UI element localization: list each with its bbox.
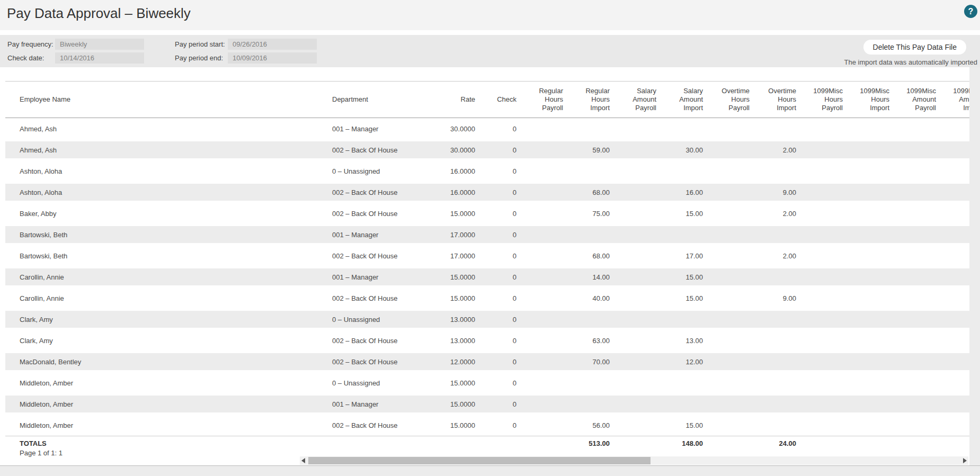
cell-mhi: [847, 118, 894, 139]
cell-map: [894, 309, 940, 330]
horizontal-scrollbar[interactable]: [300, 456, 968, 465]
cell-mai: [940, 245, 969, 266]
pay-period-end-value: 10/09/2016: [228, 52, 317, 64]
cell-rate: 13.0000: [437, 309, 479, 330]
pay-frequency-field: Pay frequency:Biweekly: [7, 39, 144, 50]
cell-sap: [614, 351, 661, 372]
band-gap: [0, 30, 980, 35]
title-band: Pay Data Approval – Biweekly ?: [0, 0, 980, 30]
cell-name: Clark, Amy: [5, 309, 318, 330]
cell-ohi: [754, 351, 800, 372]
cell-rhi: [567, 393, 614, 415]
cell-check: 0: [479, 266, 521, 288]
cell-sai: [661, 393, 707, 415]
scrollbar-thumb[interactable]: [308, 457, 651, 464]
cell-sai: 30.00: [661, 139, 707, 160]
cell-rhp: [521, 182, 567, 203]
totals-cell-label: TOTALSPage 1 of 1: 1: [5, 436, 318, 457]
totals-cell-sap: [614, 436, 661, 457]
cell-mhp: [800, 415, 847, 436]
cell-mai: [940, 309, 969, 330]
pay-frequency-value: Biweekly: [55, 39, 144, 50]
scroll-right-arrow-icon[interactable]: [963, 458, 967, 463]
pay-data-table-card: Employee NameDepartmentRateCheckRegular …: [5, 81, 969, 466]
cell-ohp: [707, 330, 754, 351]
help-icon[interactable]: ?: [964, 5, 977, 18]
cell-ohp: [707, 245, 754, 266]
cell-rate: 15.0000: [437, 415, 479, 436]
cell-dept: 002 – Back Of House: [318, 288, 437, 309]
cell-name: Baker, Abby: [5, 203, 318, 224]
column-header-dept: Department: [318, 82, 437, 118]
pay-period-start-label: Pay period start:: [175, 40, 228, 48]
cell-mai: [940, 266, 969, 288]
cell-rhp: [521, 139, 567, 160]
cell-sap: [614, 330, 661, 351]
cell-sap: [614, 182, 661, 203]
scroll-left-arrow-icon[interactable]: [301, 458, 305, 463]
column-header-sap: Salary Amount Payroll: [614, 82, 661, 118]
cell-dept: 0 – Unassigned: [318, 372, 437, 393]
cell-ohp: [707, 393, 754, 415]
pay-data-approval-page: Pay Data Approval – Biweekly ? Pay frequ…: [0, 0, 980, 476]
pay-frequency-label: Pay frequency:: [7, 40, 55, 48]
cell-map: [894, 393, 940, 415]
cell-mhi: [847, 415, 894, 436]
cell-ohi: [754, 224, 800, 245]
cell-mai: [940, 182, 969, 203]
cell-rhi: 75.00: [567, 203, 614, 224]
column-header-check: Check: [479, 82, 521, 118]
cell-name: Carollin, Annie: [5, 288, 318, 309]
cell-sai: [661, 309, 707, 330]
cell-mhi: [847, 351, 894, 372]
cell-check: 0: [479, 415, 521, 436]
cell-mai: [940, 224, 969, 245]
cell-map: [894, 330, 940, 351]
totals-cell-check: [479, 436, 521, 457]
cell-sai: [661, 160, 707, 182]
right-margin-strip: [969, 67, 980, 465]
cell-rate: 30.0000: [437, 139, 479, 160]
cell-rhi: [567, 309, 614, 330]
cell-mhp: [800, 245, 847, 266]
cell-check: 0: [479, 330, 521, 351]
check-date-field: Check date:10/14/2016: [7, 52, 144, 64]
cell-map: [894, 203, 940, 224]
cell-rhi: 40.00: [567, 288, 614, 309]
cell-rate: 15.0000: [437, 372, 479, 393]
cell-map: [894, 415, 940, 436]
cell-dept: 0 – Unassigned: [318, 160, 437, 182]
cell-ohp: [707, 224, 754, 245]
table-row: Bartowski, Beth001 – Manager17.00000: [5, 224, 969, 245]
page-info: Page 1 of 1: 1: [20, 449, 314, 457]
cell-ohi: [754, 393, 800, 415]
table-row: Middleton, Amber001 – Manager15.00000: [5, 393, 969, 415]
cell-ohi: 2.00: [754, 245, 800, 266]
cell-ohp: [707, 139, 754, 160]
cell-mhi: [847, 160, 894, 182]
table-row: Ahmed, Ash002 – Back Of House30.0000059.…: [5, 139, 969, 160]
cell-mai: [940, 118, 969, 139]
cell-mai: [940, 160, 969, 182]
cell-rhp: [521, 309, 567, 330]
delete-pay-data-file-button[interactable]: Delete This Pay Data File: [863, 40, 966, 55]
cell-mhi: [847, 139, 894, 160]
cell-mhi: [847, 266, 894, 288]
cell-name: Middleton, Amber: [5, 415, 318, 436]
cell-ohp: [707, 372, 754, 393]
cell-sap: [614, 372, 661, 393]
totals-cell-rate: [437, 436, 479, 457]
cell-check: 0: [479, 118, 521, 139]
cell-rhp: [521, 160, 567, 182]
totals-cell-ohi: 24.00: [754, 436, 800, 457]
cell-ohp: [707, 415, 754, 436]
cell-sap: [614, 245, 661, 266]
cell-check: 0: [479, 288, 521, 309]
column-header-rhi: Regular Hours Import: [567, 82, 614, 118]
cell-ohi: [754, 309, 800, 330]
cell-check: 0: [479, 309, 521, 330]
cell-ohp: [707, 160, 754, 182]
cell-rhp: [521, 266, 567, 288]
cell-check: 0: [479, 245, 521, 266]
check-date-value: 10/14/2016: [55, 52, 144, 64]
